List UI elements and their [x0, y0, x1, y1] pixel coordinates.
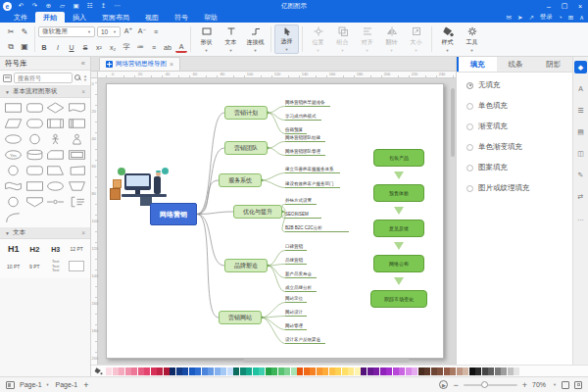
cut-button[interactable]: ✂ [5, 25, 18, 38]
mindmap-leaf-0-1[interactable]: 学习成功的模式 [285, 114, 321, 121]
shape-tilted[interactable] [67, 165, 88, 176]
shape-trapdown[interactable] [67, 180, 88, 192]
color-swatch-50[interactable] [424, 368, 430, 375]
shape-frame[interactable] [67, 149, 88, 161]
shape-pentagon[interactable] [24, 196, 46, 208]
shape-circle[interactable] [24, 133, 46, 145]
shape-rect[interactable] [24, 180, 46, 192]
decrease-font-button[interactable]: A⁻ [136, 25, 148, 37]
page-selector[interactable]: Page-1▼ [20, 381, 50, 388]
shape-figure[interactable] [67, 133, 88, 145]
color-swatch-2[interactable] [119, 368, 124, 375]
shape-rounded[interactable] [24, 165, 46, 176]
add-page-button[interactable]: + [83, 380, 88, 390]
mindmap-leaf-5-3[interactable]: 设计客户反馈渠道 [285, 337, 325, 344]
mindmap-leaf-5-0[interactable]: 网站定位 [285, 296, 307, 303]
color-swatch-3[interactable] [125, 368, 131, 375]
mindmap-leaf-2-1[interactable]: 建设有效的客户服务部门 [285, 181, 340, 188]
ribbon-shape-button[interactable]: 形状▼ [194, 24, 219, 54]
color-swatch-21[interactable] [240, 368, 246, 375]
fill-color-icon[interactable] [93, 367, 103, 375]
fill-option-4[interactable]: 图案填充 [466, 163, 572, 172]
font-size-select[interactable]: 10▼ [97, 26, 121, 37]
color-swatch-12[interactable] [182, 368, 188, 375]
color-swatch-27[interactable] [278, 368, 284, 375]
login-button[interactable]: 登录 [540, 13, 553, 22]
bullet-list-button[interactable]: ≔ [134, 41, 146, 53]
color-swatch-45[interactable] [393, 368, 399, 375]
ribbon-connector-button[interactable]: 连接线▼ [243, 24, 268, 54]
color-swatch-43[interactable] [380, 368, 386, 375]
shape-person[interactable] [45, 133, 67, 145]
color-swatch-16[interactable] [208, 368, 214, 375]
apps-grid-icon[interactable]: ⊞ [568, 14, 573, 22]
close-document-icon[interactable]: × [170, 61, 173, 68]
fit-page-icon[interactable] [562, 381, 569, 389]
style-panel-icon[interactable]: ◆ [574, 61, 587, 74]
zoom-slider[interactable] [464, 384, 517, 386]
color-swatch-63[interactable] [508, 368, 514, 375]
redo-button[interactable]: ↷ [28, 1, 41, 11]
search-icon[interactable] [74, 74, 81, 81]
fill-option-3[interactable]: 单色渐变填充 [466, 142, 572, 152]
mindmap-branch-5[interactable]: 营销网站 [219, 311, 262, 324]
menu-tab-1[interactable]: 开始 [35, 12, 65, 23]
color-swatch-35[interactable] [329, 368, 335, 375]
color-swatch-1[interactable] [113, 368, 119, 375]
text-item-H2[interactable]: H2 [29, 245, 39, 254]
drawing-page[interactable]: 网络营销营销计划网络营销的早期准备学习成功的模式份额预算营销团队网络营销团队组建… [106, 83, 444, 359]
close-button[interactable]: × [572, 0, 588, 12]
mindmap-leaf-2-0[interactable]: 建立完善的客服服务体系 [285, 167, 340, 173]
fill-option-2[interactable]: 渐变填充 [466, 122, 572, 131]
text-item-10 PT[interactable]: 10 PT [7, 264, 20, 270]
shape-arc[interactable] [3, 212, 24, 223]
radio-icon[interactable] [466, 103, 473, 110]
copy-button[interactable]: ⧉ [5, 40, 18, 53]
color-swatch-25[interactable] [266, 368, 271, 375]
color-swatch-9[interactable] [164, 368, 170, 375]
collapse-panel-button[interactable]: « [81, 59, 85, 68]
mindmap-branch-4[interactable]: 品牌塑造 [224, 259, 268, 272]
mindmap-branch-0[interactable]: 营销计划 [224, 106, 268, 120]
zoom-slider-knob[interactable] [481, 381, 488, 388]
color-swatch-54[interactable] [450, 368, 456, 375]
text-item-9 PT[interactable]: 9 PT [29, 264, 40, 270]
save-button[interactable]: ▣ [70, 1, 82, 11]
shape-diamond[interactable] [45, 102, 67, 114]
shape-ellipse[interactable] [3, 133, 24, 145]
color-swatch-10[interactable] [170, 368, 175, 375]
text-item-H3[interactable]: H3 [51, 246, 60, 253]
minimize-button[interactable]: – [541, 0, 557, 12]
highlight-button[interactable]: ab [162, 41, 173, 53]
text-style-panel-icon[interactable]: A [574, 82, 587, 95]
flow-step-3[interactable]: 网络公布 [373, 255, 424, 272]
color-swatch-53[interactable] [444, 368, 450, 375]
more-button[interactable]: ⋯ [111, 1, 123, 11]
mindmap-leaf-4-1[interactable]: 品牌营销 [285, 258, 307, 265]
undo-button[interactable]: ↶ [15, 1, 27, 11]
color-swatch-40[interactable] [361, 368, 367, 375]
mindmap-leaf-0-2[interactable]: 份额预算 [285, 127, 307, 134]
color-swatch-48[interactable] [412, 368, 417, 375]
text-item-box[interactable] [69, 261, 84, 271]
section-text[interactable]: ▼ 文本 × [0, 227, 90, 239]
color-swatch-34[interactable] [322, 368, 328, 375]
color-swatch-55[interactable] [457, 368, 463, 375]
menu-tab-0[interactable]: 文件 [6, 12, 35, 23]
italic-button[interactable]: I [52, 41, 64, 53]
mindmap-leaf-5-2[interactable]: 网站管理 [285, 323, 307, 330]
bold-button[interactable]: B [38, 41, 50, 53]
number-list-button[interactable]: ≡ [148, 41, 160, 53]
mindmap-leaf-5-1[interactable]: 网站设计 [285, 310, 307, 317]
underline-button[interactable]: U [66, 41, 77, 53]
phonetic-button[interactable]: 字 [121, 41, 132, 53]
send-icon[interactable]: ➤ [517, 14, 522, 22]
radio-icon[interactable] [466, 82, 473, 89]
ribbon-select-button[interactable]: 选择▼ [274, 24, 299, 54]
color-swatch-23[interactable] [253, 368, 259, 375]
search-input[interactable] [14, 73, 73, 83]
color-swatch-0[interactable] [106, 368, 112, 375]
page-tab[interactable]: Page-1 [56, 381, 78, 388]
zoom-out-button[interactable]: − [453, 381, 458, 389]
mindmap-leaf-0-0[interactable]: 网络营销的早期准备 [285, 100, 330, 107]
